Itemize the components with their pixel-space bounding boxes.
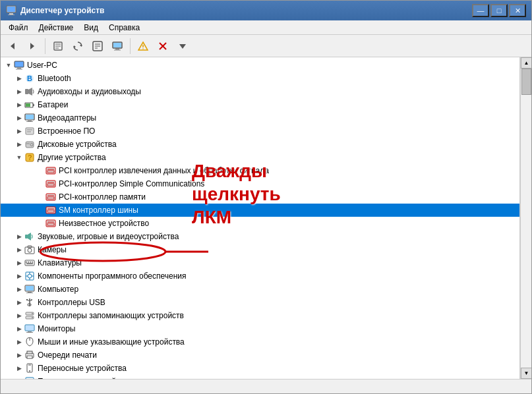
- tree-item-battery[interactable]: ▶ Батареи: [1, 98, 519, 111]
- tree-root[interactable]: ▼ User-PC: [1, 59, 519, 72]
- battery-icon: [24, 99, 35, 110]
- content-wrapper: ▼ User-PC ▶: [1, 57, 531, 379]
- tree-item-display[interactable]: ▶ Видеоадаптеры: [1, 111, 519, 125]
- portable-icon: [24, 363, 35, 374]
- maximize-button[interactable]: □: [490, 4, 508, 17]
- scroll-down-button[interactable]: ▼: [521, 368, 531, 379]
- battery-expander[interactable]: ▶: [14, 99, 24, 110]
- tree-item-computer[interactable]: ▶ Компьютер: [1, 283, 519, 296]
- pci3-label: PCI-контроллер памяти: [59, 192, 146, 202]
- tree-item-mouse[interactable]: ▶ Мыши и иные указывающие устройства: [1, 335, 519, 349]
- scroll-track[interactable]: [521, 69, 531, 368]
- tree-item-sm[interactable]: ▶ SM контроллер шины: [1, 204, 519, 217]
- svg-marker-11: [74, 45, 76, 48]
- tree-item-audio[interactable]: ▶ Аудиовходы и аудиовыходы: [1, 85, 519, 98]
- svg-rect-99: [27, 351, 32, 354]
- minimize-button[interactable]: —: [472, 4, 489, 17]
- svg-rect-2: [9, 13, 13, 14]
- keyboard-icon: [24, 258, 35, 268]
- svg-text:B: B: [27, 74, 32, 82]
- svg-rect-43: [26, 142, 34, 148]
- back-button[interactable]: [3, 37, 22, 55]
- root-expander[interactable]: ▼: [3, 60, 14, 70]
- audio-expander[interactable]: ▶: [14, 86, 24, 97]
- svg-rect-18: [115, 49, 119, 50]
- display-label: Видеоадаптеры: [38, 113, 96, 123]
- svg-marker-4: [11, 43, 15, 49]
- firmware-expander[interactable]: ▶: [14, 126, 24, 136]
- menu-file[interactable]: Файл: [3, 22, 34, 34]
- display-expander[interactable]: ▶: [14, 113, 24, 123]
- close-button[interactable]: ✕: [509, 4, 526, 17]
- tree-item-monitor[interactable]: ▶ Мониторы: [1, 322, 519, 335]
- tree-item-components[interactable]: ▶ Компоненты программного обеспечения: [1, 269, 519, 283]
- portable-expander[interactable]: ▶: [14, 363, 24, 374]
- svg-rect-104: [26, 378, 34, 379]
- disk-label: Дисковые устройства: [38, 140, 117, 149]
- components-expander[interactable]: ▶: [14, 271, 24, 281]
- vertical-scrollbar[interactable]: ▲ ▼: [520, 57, 531, 379]
- toolbar: [1, 35, 531, 57]
- scroll-thumb[interactable]: [521, 69, 531, 95]
- svg-rect-37: [26, 115, 34, 119]
- sm-icon: [45, 205, 56, 215]
- scan-button[interactable]: [88, 37, 107, 55]
- monitor-icon: [24, 324, 35, 334]
- print-expander[interactable]: ▶: [14, 350, 24, 360]
- svg-rect-82: [28, 292, 32, 293]
- svg-rect-86: [26, 299, 28, 300]
- sound-expander[interactable]: ▶: [14, 231, 24, 242]
- usb-expander[interactable]: ▶: [14, 297, 24, 308]
- svg-point-92: [32, 317, 33, 318]
- monitor-expander[interactable]: ▶: [14, 324, 24, 334]
- computer-expander[interactable]: ▶: [14, 284, 24, 295]
- camera-expander[interactable]: ▶: [14, 244, 24, 255]
- window-icon: [6, 5, 16, 16]
- components-label: Компоненты программного обеспечения: [38, 271, 187, 281]
- svg-rect-40: [26, 128, 34, 134]
- tree-item-pci2[interactable]: ▶ PCI-контроллер Simple Communications: [1, 177, 519, 190]
- menu-action[interactable]: Действие: [34, 22, 79, 34]
- tree-item-portable[interactable]: ▶ Переносные устройства: [1, 362, 519, 375]
- other-expander[interactable]: ▼: [14, 152, 24, 163]
- device-manager-button[interactable]: [108, 37, 127, 55]
- tree-item-pci3[interactable]: ▶ PCI-контроллер памяти: [1, 190, 519, 204]
- mouse-label: Мыши и иные указывающие устройства: [38, 337, 185, 347]
- software-expander[interactable]: ▶: [14, 376, 24, 379]
- tree-item-unknown[interactable]: ▶ Неизвестное устройство: [1, 217, 519, 230]
- keyboard-expander[interactable]: ▶: [14, 258, 24, 268]
- refresh-button[interactable]: [69, 37, 87, 55]
- tree-item-disk[interactable]: ▶ Дисковые устройства: [1, 138, 519, 151]
- storage-expander[interactable]: ▶: [14, 310, 24, 321]
- device-tree[interactable]: ▼ User-PC ▶: [1, 57, 520, 379]
- down-button[interactable]: [173, 37, 192, 55]
- disk-expander[interactable]: ▶: [14, 139, 24, 150]
- print-icon: [24, 350, 35, 360]
- tree-item-usb[interactable]: ▶ Контроллеры USB: [1, 296, 519, 309]
- tree-item-pci1[interactable]: ▶ PCI контроллер извлечения данных и обр…: [1, 164, 519, 177]
- tree-item-bluetooth[interactable]: ▶ B Bluetooth: [1, 72, 519, 85]
- forward-button[interactable]: [23, 37, 42, 55]
- delete-button[interactable]: [154, 37, 172, 55]
- software-icon: [24, 376, 35, 379]
- properties-button[interactable]: [49, 37, 67, 55]
- menu-view[interactable]: Вид: [78, 22, 103, 34]
- tree-item-other[interactable]: ▼ ? Другие устройства: [1, 151, 519, 164]
- warning-button[interactable]: [134, 37, 152, 55]
- scroll-up-button[interactable]: ▲: [521, 57, 531, 69]
- toolbar-sep-1: [45, 38, 45, 54]
- pci1-label: PCI контроллер извлечения данных и обраб…: [59, 166, 269, 175]
- tree-item-storage[interactable]: ▶ Контроллеры запоминающих устройств: [1, 309, 519, 322]
- tree-item-keyboard[interactable]: ▶ Клавиатуры: [1, 256, 519, 269]
- mouse-expander[interactable]: ▶: [14, 337, 24, 347]
- menu-help[interactable]: Справка: [103, 22, 145, 34]
- svg-rect-17: [113, 43, 121, 47]
- tree-item-sound[interactable]: ▶ Звуковые, игровые и видеоустройства: [1, 230, 519, 243]
- tree-item-software[interactable]: ▶ Программные устройства: [1, 375, 519, 379]
- tree-item-firmware[interactable]: ▶ Встроенное ПО: [1, 125, 519, 138]
- svg-marker-25: [179, 44, 186, 49]
- tree-item-print[interactable]: ▶ Очереди печати: [1, 349, 519, 362]
- bluetooth-expander[interactable]: ▶: [14, 73, 24, 84]
- tree-item-camera[interactable]: ▶ Камеры: [1, 243, 519, 256]
- svg-marker-10: [80, 44, 82, 47]
